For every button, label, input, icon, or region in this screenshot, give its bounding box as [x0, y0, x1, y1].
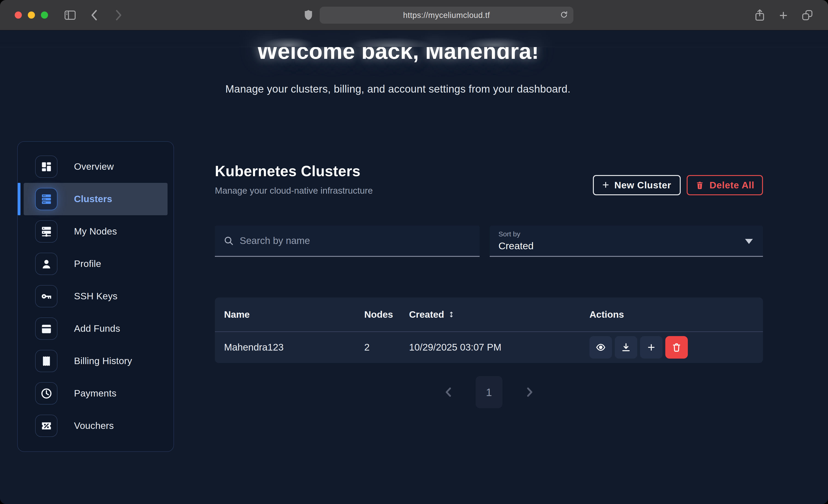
sidebar-item-label: My Nodes: [74, 226, 117, 237]
privacy-shield-icon[interactable]: [303, 9, 313, 21]
sidebar-item-clusters[interactable]: Clusters: [24, 183, 168, 215]
sidebar-item-my-nodes[interactable]: My Nodes: [24, 215, 168, 248]
url-text: https://myceliumcloud.tf: [403, 10, 490, 20]
table-header-row: Name Nodes Created Actions: [215, 297, 763, 332]
column-header-name: Name: [215, 309, 355, 320]
sidebar-item-label: Billing History: [74, 355, 132, 366]
dashboard-icon: [35, 156, 57, 178]
chevron-down-icon: [745, 239, 753, 244]
search-icon: [223, 236, 234, 246]
nodes-icon: [35, 220, 57, 243]
sidebar-item-vouchers[interactable]: Vouchers: [24, 410, 168, 442]
page-number-button[interactable]: 1: [476, 376, 502, 408]
table-row: Mahendra123 2 10/29/2025 03:07 PM: [215, 332, 763, 363]
sidebar-item-add-funds[interactable]: Add Funds: [24, 312, 168, 345]
address-bar[interactable]: https://myceliumcloud.tf: [320, 7, 573, 24]
receipt-icon: [35, 350, 57, 372]
column-header-created[interactable]: Created: [400, 309, 580, 320]
column-header-nodes: Nodes: [355, 309, 400, 320]
sidebar-item-label: SSH Keys: [74, 291, 117, 302]
cluster-actions-cell: +: [580, 336, 763, 359]
clusters-main: Kubernetes Clusters Manage your cloud-na…: [215, 30, 763, 504]
close-window-button[interactable]: [15, 11, 22, 18]
browser-window: https://myceliumcloud.tf +: [0, 0, 828, 504]
sidebar-item-label: Profile: [74, 258, 101, 269]
chevron-right-icon: [524, 386, 535, 398]
trash-icon: [695, 180, 704, 190]
zoom-window-button[interactable]: [41, 11, 48, 18]
sidebar-item-label: Overview: [74, 161, 114, 172]
add-node-button[interactable]: +: [640, 336, 663, 359]
next-page-button[interactable]: [524, 386, 535, 398]
sidebar-item-billing-history[interactable]: Billing History: [24, 345, 168, 377]
delete-all-button[interactable]: Delete All: [687, 175, 763, 195]
view-cluster-button[interactable]: [589, 336, 612, 359]
page-content: Welcome back, Mahendra! Manage your clus…: [0, 30, 828, 504]
clusters-table: Name Nodes Created Actions: [215, 297, 763, 363]
minimize-window-button[interactable]: [28, 11, 35, 18]
ticket-icon: [35, 415, 57, 437]
sort-select[interactable]: Sort by Created: [490, 225, 763, 257]
trash-icon: [671, 342, 681, 352]
search-field: [215, 225, 480, 257]
cluster-name-cell: Mahendra123: [215, 342, 355, 353]
cluster-created-cell: 10/29/2025 03:07 PM: [400, 342, 580, 353]
sidebar-item-payments[interactable]: Payments: [24, 377, 168, 410]
forward-icon[interactable]: [114, 9, 123, 22]
tab-overview-icon[interactable]: [801, 9, 813, 21]
plus-icon: +: [648, 341, 655, 354]
reload-icon[interactable]: [560, 10, 568, 20]
traffic-lights: [15, 11, 48, 18]
cluster-nodes-cell: 2: [355, 342, 400, 353]
delete-cluster-button[interactable]: [665, 336, 688, 359]
dashboard-sidebar: Overview Clusters My Nodes: [17, 141, 174, 452]
sidebar-item-label: Payments: [74, 388, 117, 399]
wallet-icon: [35, 318, 57, 340]
sidebar-item-ssh-keys[interactable]: SSH Keys: [24, 280, 168, 312]
chevron-left-icon: [443, 386, 455, 398]
previous-page-button[interactable]: [443, 386, 455, 398]
delete-all-label: Delete All: [709, 180, 754, 191]
column-header-actions: Actions: [580, 309, 763, 320]
site-navbar: [0, 30, 828, 47]
sidebar-item-profile[interactable]: Profile: [24, 248, 168, 280]
sidebar-item-label: Clusters: [74, 194, 112, 204]
pagination: 1: [215, 376, 763, 408]
download-kubeconfig-button[interactable]: [615, 336, 637, 359]
sidebar-item-overview[interactable]: Overview: [24, 151, 168, 183]
download-icon: [621, 342, 631, 352]
sort-arrows-icon: [448, 310, 455, 319]
page-title: Kubernetes Clusters: [215, 163, 361, 180]
back-icon[interactable]: [90, 9, 99, 22]
sort-label: Sort by: [498, 230, 754, 238]
new-cluster-label: New Cluster: [614, 180, 671, 191]
sidebar-item-label: Vouchers: [74, 420, 114, 431]
new-tab-icon[interactable]: +: [779, 8, 788, 22]
share-icon[interactable]: [754, 9, 765, 22]
new-cluster-button[interactable]: + New Cluster: [593, 175, 681, 195]
sidebar-item-label: Add Funds: [74, 323, 120, 334]
key-icon: [35, 285, 57, 307]
search-input[interactable]: [240, 235, 471, 246]
eye-icon: [596, 342, 606, 352]
sort-value: Created: [498, 240, 754, 252]
browser-toolbar: https://myceliumcloud.tf +: [0, 0, 828, 30]
screenshot-root: https://myceliumcloud.tf +: [0, 0, 828, 504]
clock-icon: [35, 382, 57, 405]
plus-icon: +: [602, 178, 609, 192]
sidebar-toggle-icon[interactable]: [64, 10, 76, 20]
page-subtitle: Manage your cloud-native infrastructure: [215, 185, 373, 196]
person-icon: [35, 253, 57, 275]
servers-icon: [35, 188, 57, 210]
